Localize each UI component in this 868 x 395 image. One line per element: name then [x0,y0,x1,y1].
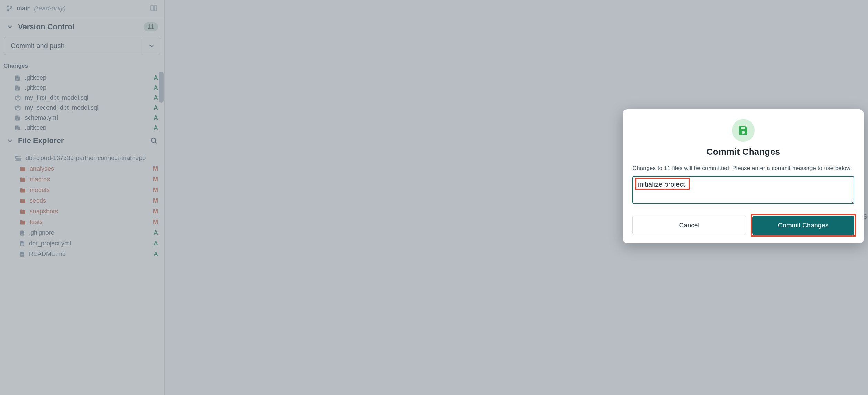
change-file-name: .gitkeep [25,74,150,82]
tree-item[interactable]: .gitignoreA [0,227,164,238]
tree-item-status: M [153,218,158,226]
tree-item-label: analyses [30,165,149,172]
modal-prompt: Changes to 11 files will be committed. P… [632,165,854,172]
change-item[interactable]: .gitkeepA [0,123,164,130]
tree-root[interactable]: dbt-cloud-137339-partner-connect-trial-r… [0,153,164,163]
version-control-header[interactable]: Version Control 11 [0,17,164,37]
file-icon [14,75,21,82]
tree-item-label: seeds [30,197,149,204]
tree-item-status: A [154,240,158,247]
svg-rect-9 [16,118,19,118]
change-status: A [154,124,158,130]
folder-icon [19,198,26,204]
change-item[interactable]: .gitkeepA [0,73,164,83]
branch-mode: (read-only) [34,4,66,12]
save-icon [732,119,755,142]
folder-icon [19,188,26,193]
changes-count-badge: 11 [144,22,158,31]
svg-rect-5 [16,79,18,80]
svg-rect-12 [16,128,19,128]
commit-push-button[interactable]: Commit and push [4,37,143,55]
commit-dropdown-button[interactable] [143,37,160,55]
svg-rect-3 [16,78,19,78]
svg-rect-10 [16,118,19,119]
change-item[interactable]: my_second_dbt_model.sqlA [0,103,164,113]
folder-open-icon [14,155,22,161]
file-icon [19,240,25,247]
svg-rect-17 [21,233,24,233]
tree-item[interactable]: modelsM [0,185,164,195]
folder-icon [19,177,26,182]
sidebar: main (read-only) Version Control 11 Comm… [0,0,165,395]
svg-rect-24 [21,255,24,255]
commit-message-input[interactable] [632,176,854,204]
file-icon [14,125,21,130]
commit-modal: Commit Changes Changes to 11 files will … [623,109,864,243]
tree-item-label: dbt_project.yml [29,240,150,247]
tree-item[interactable]: dbt_project.ymlA [0,238,164,249]
svg-rect-23 [21,254,24,254]
tree-item[interactable]: testsM [0,217,164,227]
tree-item[interactable]: README.mdA [0,249,164,259]
cube-icon [14,105,21,111]
version-control-title: Version Control [18,22,140,31]
tree-item-status: A [154,250,158,258]
tree-root-label: dbt-cloud-137339-partner-connect-trial-r… [25,154,158,162]
change-item[interactable]: .gitkeepA [0,83,164,93]
file-icon [19,251,25,258]
svg-point-15 [151,138,156,142]
svg-point-1 [7,10,9,11]
svg-line-16 [155,142,157,143]
changes-list: .gitkeepA.gitkeepAmy_first_dbt_model.sql… [0,72,164,130]
change-status: A [154,74,158,82]
file-icon [19,229,25,236]
chevron-down-icon [6,137,14,145]
folder-icon [19,220,26,225]
file-icon [14,85,21,92]
change-status: A [154,94,158,102]
svg-rect-4 [16,78,19,79]
svg-rect-25 [21,256,23,256]
cancel-button[interactable]: Cancel [632,216,746,235]
tree-item-status: M [153,197,158,204]
change-file-name: my_first_dbt_model.sql [25,94,150,102]
tree-item-label: tests [30,218,149,226]
change-item[interactable]: my_first_dbt_model.sqlA [0,93,164,103]
branch-bar: main (read-only) [0,0,164,17]
change-file-name: .gitkeep [25,124,150,130]
svg-rect-14 [16,129,18,130]
svg-rect-19 [21,234,23,235]
change-status: A [154,104,158,111]
change-file-name: my_second_dbt_model.sql [25,104,150,111]
commit-changes-button[interactable]: Commit Changes [752,216,854,235]
svg-rect-6 [16,88,19,88]
svg-rect-18 [21,233,24,234]
file-explorer: File Explorer dbt-cloud-137339-partner-c… [0,130,164,266]
svg-point-0 [7,6,9,7]
modal-title: Commit Changes [632,147,854,157]
tree-item[interactable]: snapshotsM [0,206,164,217]
tree-item-status: M [153,208,158,215]
chevron-down-icon [6,23,14,31]
branch-name: main [17,4,31,12]
search-icon[interactable] [150,137,158,145]
changes-label: Changes [0,61,164,72]
changes-scrollbar[interactable] [159,72,164,130]
tree-item-label: models [30,186,149,194]
tree-item[interactable]: analysesM [0,163,164,174]
commit-row: Commit and push [0,37,164,61]
tree-item[interactable]: seedsM [0,195,164,206]
tree-item-label: snapshots [30,208,149,215]
change-status: A [154,114,158,121]
file-explorer-header[interactable]: File Explorer [0,130,164,151]
book-icon[interactable] [149,4,158,12]
cube-icon [14,95,21,102]
tree-item[interactable]: macrosM [0,174,164,185]
change-status: A [154,84,158,92]
change-file-name: .gitkeep [25,84,150,92]
change-item[interactable]: schema.ymlA [0,113,164,123]
svg-rect-22 [21,245,23,245]
git-branch-icon [6,4,13,12]
tree-item-status: M [153,186,158,194]
change-file-name: schema.yml [25,114,150,121]
